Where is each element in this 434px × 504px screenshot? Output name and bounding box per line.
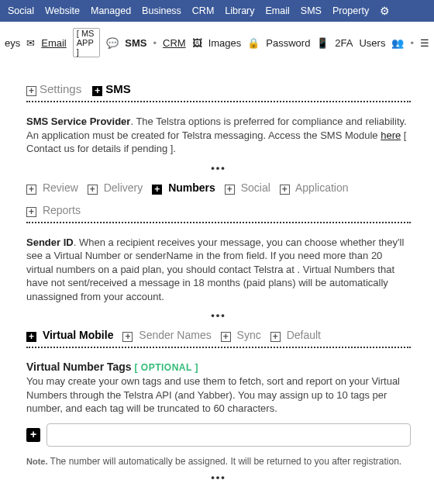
- dot-sep-2: •: [410, 37, 414, 49]
- plus-icon: +: [280, 185, 290, 195]
- sender-paragraph: Sender ID. When a recipient receives you…: [26, 236, 411, 304]
- hamburger-icon[interactable]: [420, 37, 429, 49]
- note-label: Note.: [26, 457, 48, 466]
- nav-users[interactable]: Users: [359, 37, 385, 49]
- gear-icon[interactable]: [380, 5, 390, 17]
- plus-icon: +: [26, 185, 36, 195]
- people-icon[interactable]: [391, 37, 404, 49]
- plus-icon: +: [26, 332, 36, 342]
- lock-icon: [247, 37, 260, 49]
- tab-sender-names[interactable]: + Sender Names: [122, 329, 211, 342]
- nav-managed[interactable]: Managed: [91, 5, 131, 16]
- tab-application[interactable]: + Application: [280, 181, 349, 195]
- nav-business[interactable]: Business: [142, 5, 181, 16]
- breadcrumb-sms[interactable]: +SMS: [92, 82, 131, 96]
- vnt-title: Virtual Number Tags: [26, 361, 132, 373]
- provider-label: SMS Service Provider: [26, 116, 130, 127]
- tab-numbers[interactable]: + Numbers: [152, 181, 215, 195]
- sender-label: Sender ID: [26, 236, 74, 248]
- nav-sms-current[interactable]: SMS: [125, 37, 146, 49]
- envelope-icon: [26, 37, 35, 49]
- breadcrumb-settings[interactable]: +Settings: [26, 82, 81, 96]
- nav-images[interactable]: Images: [208, 37, 242, 49]
- tag-input[interactable]: [46, 423, 411, 447]
- top-nav: Social Website Managed Business CRM Libr…: [0, 0, 434, 22]
- tab-default[interactable]: + Default: [270, 329, 321, 342]
- plus-icon: +: [221, 332, 231, 342]
- second-nav: eys Email [ MS APP ] SMS • CRM Images Pa…: [0, 22, 434, 64]
- provider-paragraph: SMS Service Provider. The Telstra option…: [26, 115, 411, 156]
- note-text: Note. The number will automatically be a…: [26, 456, 411, 467]
- plus-icon: +: [26, 207, 36, 217]
- nav-website[interactable]: Website: [45, 5, 80, 16]
- vnt-title-row: Virtual Number Tags [ OPTIONAL ]: [26, 361, 411, 373]
- ms-app-chip[interactable]: [ MS APP ]: [73, 28, 101, 57]
- nav-library[interactable]: Library: [225, 5, 254, 16]
- optional-badge: [ OPTIONAL ]: [135, 362, 198, 373]
- phone-icon: [316, 37, 329, 49]
- tabs-primary: + Review + Delivery + Numbers + Social +…: [26, 181, 411, 217]
- ellipsis-icon[interactable]: •••: [26, 471, 411, 483]
- plus-icon: +: [225, 185, 235, 195]
- nav-crm-link[interactable]: CRM: [163, 37, 186, 49]
- nav-social[interactable]: Social: [8, 5, 34, 16]
- tab-social[interactable]: + Social: [225, 181, 270, 195]
- nav-crm[interactable]: CRM: [192, 5, 214, 16]
- plus-icon: +: [270, 332, 281, 342]
- tabs-secondary: + Virtual Mobile + Sender Names + Sync +…: [26, 329, 411, 342]
- nav-password[interactable]: Password: [266, 37, 310, 49]
- nav-email[interactable]: Email: [266, 5, 290, 16]
- speech-icon: [106, 37, 119, 49]
- breadcrumb: +Settings +SMS: [26, 82, 411, 96]
- dot-sep: •: [153, 37, 157, 49]
- tab-reports[interactable]: + Reports: [26, 204, 81, 217]
- tab-sync[interactable]: + Sync: [221, 329, 261, 342]
- vnt-description: You may create your own tags and use the…: [26, 375, 411, 416]
- plus-icon: +: [152, 185, 162, 195]
- nav-2fa[interactable]: 2FA: [335, 37, 353, 49]
- tag-input-row: +: [26, 423, 411, 447]
- sms-module-link[interactable]: here: [381, 129, 401, 141]
- plus-icon: +: [122, 332, 133, 342]
- tab-virtual-mobile[interactable]: + Virtual Mobile: [26, 329, 113, 342]
- plus-icon: +: [92, 86, 102, 96]
- ellipsis-icon[interactable]: •••: [26, 162, 411, 174]
- divider: [26, 347, 411, 348]
- nav-keys[interactable]: eys: [5, 37, 20, 49]
- tab-review[interactable]: + Review: [26, 181, 78, 195]
- ellipsis-icon[interactable]: •••: [26, 309, 411, 321]
- divider: [26, 101, 411, 102]
- nav-email-link[interactable]: Email: [41, 37, 67, 49]
- add-tag-button[interactable]: +: [26, 428, 40, 442]
- nav-property[interactable]: Property: [332, 5, 369, 16]
- image-icon: [192, 37, 202, 49]
- divider: [26, 222, 411, 223]
- plus-icon: +: [88, 185, 98, 195]
- plus-icon: +: [26, 86, 36, 96]
- nav-sms[interactable]: SMS: [301, 5, 322, 16]
- tab-delivery[interactable]: + Delivery: [88, 181, 143, 195]
